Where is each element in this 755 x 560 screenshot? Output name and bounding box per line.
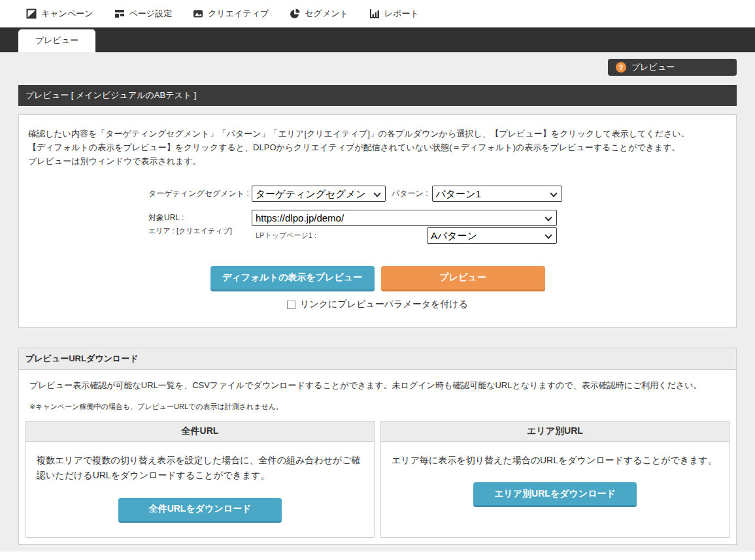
instruction-line: 確認したい内容を「ターゲティングセグメント」「パターン」「エリア[クリエイティブ… — [28, 127, 727, 141]
area-url-download-button[interactable]: エリア別URLをダウンロード — [473, 482, 637, 507]
target-url-label-block: 対象URL : エリア : [クリエイティブ] — [148, 210, 252, 236]
preview-param-checkbox[interactable] — [287, 301, 295, 309]
segment-pattern-row: ターゲティングセグメント : ターゲティングセグメント1 パターン : パターン… — [148, 186, 727, 202]
nav-item-creative[interactable]: クリエイティブ — [193, 8, 269, 20]
top-navigation: キャンペーン ページ設定 クリエイティブ セグメント レポート — [0, 0, 755, 27]
nav-item-report[interactable]: レポート — [369, 8, 419, 20]
preview-section-title: プレビュー [ メインビジュアルのABテスト ] — [18, 85, 737, 106]
nav-item-label: ページ設定 — [129, 8, 173, 20]
pattern-select-wrap: パターン1 — [432, 186, 562, 202]
bar-chart-icon — [369, 8, 380, 19]
area-creative-label: エリア : [クリエイティブ] — [148, 226, 252, 236]
page-content: ? プレビュー プレビュー [ メインビジュアルのABテスト ] 確認したい内容… — [0, 52, 755, 552]
lp-top-row: LPトップページ1 : Aパターン — [252, 227, 557, 244]
help-button-label: プレビュー — [631, 61, 675, 73]
preview-instructions: 確認したい内容を「ターゲティングセグメント」「パターン」「エリア[クリエイティブ… — [28, 127, 727, 168]
target-url-select[interactable]: https://dlpo.jp/demo/ — [252, 210, 557, 226]
target-url-label: 対象URL : — [148, 212, 252, 223]
preview-button[interactable]: プレビュー — [381, 266, 545, 291]
preview-section-body: 確認したい内容を「ターゲティングセグメント」「パターン」「エリア[クリエイティブ… — [18, 114, 737, 328]
lp-top-select-wrap: Aパターン — [427, 227, 557, 244]
nav-item-label: セグメント — [305, 8, 348, 20]
segment-label: ターゲティングセグメント : — [148, 188, 252, 199]
all-url-download-button[interactable]: 全件URLをダウンロード — [118, 498, 282, 523]
all-url-panel-title: 全件URL — [26, 421, 374, 442]
lp-top-select[interactable]: Aパターン — [427, 227, 557, 244]
nav-item-label: キャンペーン — [41, 8, 93, 20]
help-row: ? プレビュー — [18, 59, 737, 76]
pre-footer-gap — [0, 552, 755, 560]
all-url-panel: 全件URL 複数エリアで複数の切り替え表示を設定した場合に、全件の組み合わせがご… — [25, 421, 375, 537]
pie-chart-icon — [290, 8, 300, 19]
preview-help-button[interactable]: ? プレビュー — [608, 59, 737, 76]
lp-top-label: LPトップページ1 : — [252, 231, 427, 240]
area-url-panel-title: エリア別URL — [381, 421, 729, 442]
download-section-title: プレビューURLダウンロード — [19, 348, 736, 370]
page-layout-icon — [114, 8, 125, 19]
segment-select-wrap: ターゲティングセグメント1 — [252, 186, 386, 202]
preview-param-checkbox-label: リンクにプレビューパラメータを付ける — [300, 299, 468, 310]
preview-buttons-row: ディフォルトの表示をプレビュー プレビュー — [28, 266, 727, 291]
nav-item-campaign[interactable]: キャンペーン — [26, 8, 93, 20]
download-description: プレビュー表示確認が可能なURL一覧を、CSVファイルでダウンロードすることがで… — [29, 380, 730, 391]
pattern-select[interactable]: パターン1 — [432, 186, 562, 202]
tab-preview[interactable]: プレビュー — [18, 29, 95, 52]
download-section: プレビューURLダウンロード プレビュー表示確認が可能なURL一覧を、CSVファ… — [18, 348, 737, 544]
download-note: ※キャンペーン稼働中の場合も、プレビューURLでの表示は計測されません。 — [29, 402, 730, 412]
default-preview-button[interactable]: ディフォルトの表示をプレビュー — [210, 266, 375, 291]
pattern-label: パターン : — [392, 188, 428, 199]
download-panels: 全件URL 複数エリアで複数の切り替え表示を設定した場合に、全件の組み合わせがご… — [25, 421, 730, 537]
nav-item-segment[interactable]: セグメント — [290, 8, 348, 20]
nav-item-page-settings[interactable]: ページ設定 — [114, 8, 173, 20]
url-select-wrap: https://dlpo.jp/demo/ — [252, 210, 557, 226]
target-url-row: 対象URL : エリア : [クリエイティブ] https://dlpo.jp/… — [148, 210, 727, 244]
campaign-chart-icon — [26, 8, 37, 19]
all-url-panel-body: 複数エリアで複数の切り替え表示を設定した場合に、全件の組み合わせがご確認いただけ… — [26, 442, 374, 536]
all-url-description: 複数エリアで複数の切り替え表示を設定した場合に、全件の組み合わせがご確認いただけ… — [37, 453, 363, 483]
instruction-line: プレビューは別ウィンドウで表示されます。 — [28, 155, 727, 169]
nav-item-label: クリエイティブ — [208, 8, 269, 20]
instruction-line: 【ディフォルトの表示をプレビュー】をクリックすると、DLPOからクリエイティブが… — [28, 141, 727, 155]
nav-item-label: レポート — [384, 8, 419, 20]
segment-select[interactable]: ターゲティングセグメント1 — [252, 186, 386, 202]
tab-bar: プレビュー — [0, 27, 755, 52]
download-section-body: プレビュー表示確認が可能なURL一覧を、CSVファイルでダウンロードすることがで… — [19, 370, 736, 544]
area-url-description: エリア毎に表示を切り替えた場合のURLをダウンロードすることができます。 — [392, 453, 718, 468]
preview-param-checkbox-row: リンクにプレビューパラメータを付ける — [28, 299, 727, 310]
question-icon: ? — [616, 62, 626, 73]
preview-form: ターゲティングセグメント : ターゲティングセグメント1 パターン : パターン… — [28, 186, 727, 244]
area-url-panel-body: エリア毎に表示を切り替えた場合のURLをダウンロードすることができます。 エリア… — [381, 442, 729, 536]
area-url-panel: エリア別URL エリア毎に表示を切り替えた場合のURLをダウンロードすることがで… — [380, 421, 730, 537]
image-icon — [193, 8, 203, 19]
